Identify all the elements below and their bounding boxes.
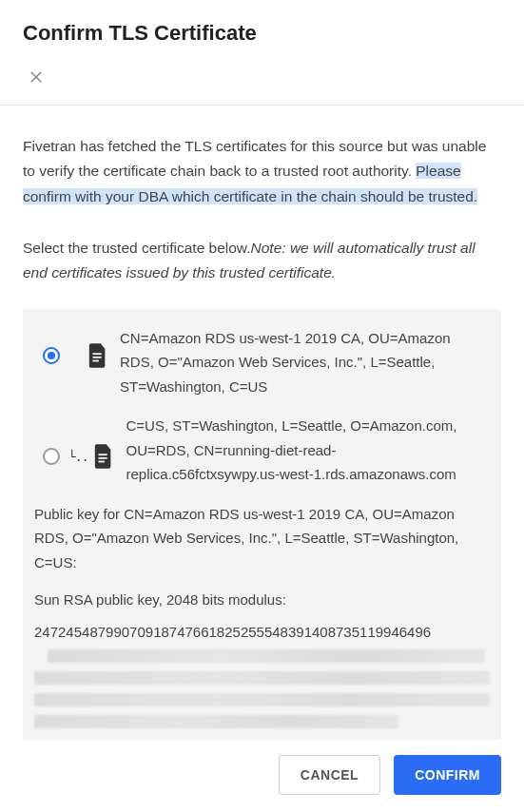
svg-rect-4 bbox=[99, 457, 107, 459]
certificate-label: CN=Amazon RDS us-west-1 2019 CA, OU=Amaz… bbox=[120, 326, 490, 399]
instruction-note-label: Note: bbox=[251, 240, 286, 256]
description-text: Fivetran has fetched the TLS certificate… bbox=[23, 134, 501, 209]
dialog-body: Fivetran has fetched the TLS certificate… bbox=[0, 106, 524, 309]
public-key-modulus-value: 2472454879907091874766182525554839140873… bbox=[34, 620, 490, 645]
radio-button[interactable] bbox=[43, 448, 60, 465]
confirm-button[interactable]: CONFIRM bbox=[394, 755, 501, 795]
close-button[interactable] bbox=[23, 63, 49, 89]
instruction-text: Select the trusted certificate below.Not… bbox=[23, 236, 501, 286]
public-key-heading: Public key for CN=Amazon RDS us-west-1 2… bbox=[34, 502, 490, 575]
redacted-line bbox=[34, 715, 398, 728]
document-icon bbox=[93, 444, 114, 469]
svg-rect-3 bbox=[99, 454, 107, 455]
dialog-title: Confirm TLS Certificate bbox=[23, 21, 501, 46]
certificate-panel: CN=Amazon RDS us-west-1 2019 CA, OU=Amaz… bbox=[23, 309, 501, 747]
document-icon bbox=[87, 343, 108, 368]
cert-icon-wrap bbox=[68, 326, 120, 368]
public-key-modulus-label: Sun RSA public key, 2048 bits modulus: bbox=[34, 588, 490, 612]
certificate-option-1[interactable]: └.. C=US, ST=Washington, L=Seattle, O=Am… bbox=[34, 414, 490, 487]
instruction-lead: Select the trusted certificate below. bbox=[23, 240, 251, 256]
svg-rect-2 bbox=[93, 359, 99, 361]
certificate-option-0[interactable]: CN=Amazon RDS us-west-1 2019 CA, OU=Amaz… bbox=[34, 326, 490, 399]
close-icon bbox=[28, 68, 45, 85]
tree-branch-icon: └.. bbox=[68, 451, 87, 463]
cert-icon-wrap: └.. bbox=[68, 414, 126, 469]
svg-rect-5 bbox=[99, 461, 105, 463]
dialog-header: Confirm TLS Certificate bbox=[0, 0, 524, 106]
certificate-label: C=US, ST=Washington, L=Seattle, O=Amazon… bbox=[126, 414, 490, 487]
svg-rect-0 bbox=[93, 353, 102, 355]
svg-rect-1 bbox=[93, 357, 102, 358]
redacted-line bbox=[34, 671, 490, 685]
dialog-footer: CANCEL CONFIRM bbox=[0, 740, 524, 812]
radio-wrap bbox=[34, 326, 68, 364]
redacted-line bbox=[34, 693, 490, 706]
radio-button-selected[interactable] bbox=[43, 347, 60, 364]
redacted-line bbox=[48, 649, 485, 663]
redacted-key-block bbox=[34, 649, 490, 728]
cancel-button[interactable]: CANCEL bbox=[279, 755, 380, 795]
radio-wrap bbox=[34, 414, 68, 465]
